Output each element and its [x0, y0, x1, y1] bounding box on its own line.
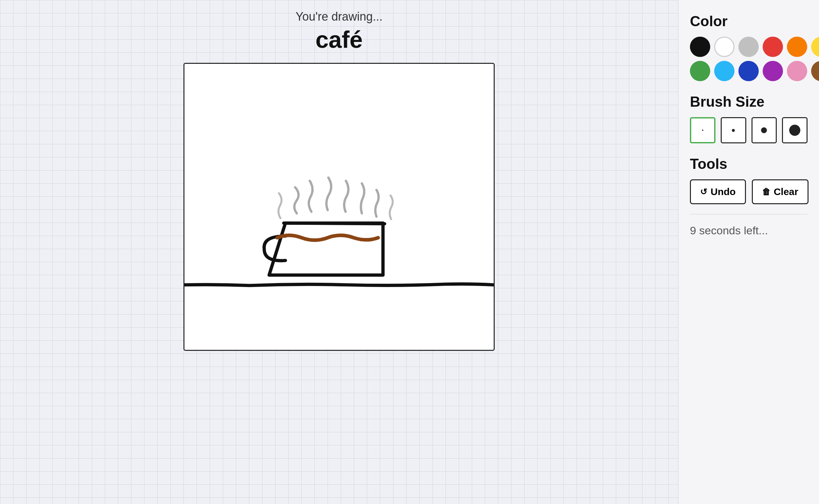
- tools-row: ↺ Undo 🗑 Clear: [690, 179, 808, 204]
- color-swatch-brown[interactable]: [811, 61, 819, 81]
- color-grid: [690, 37, 808, 81]
- undo-button[interactable]: ↺ Undo: [690, 179, 746, 204]
- clear-button[interactable]: 🗑 Clear: [752, 179, 809, 204]
- brush-dot-md: [761, 127, 767, 133]
- main-area: You're drawing... café: [0, 0, 678, 504]
- brush-section: Brush Size: [690, 94, 808, 143]
- tools-section: Tools ↺ Undo 🗑 Clear: [690, 156, 808, 204]
- undo-label: Undo: [711, 186, 736, 197]
- brush-size-xs[interactable]: [690, 117, 716, 143]
- brush-grid: [690, 117, 808, 143]
- brush-size-lg[interactable]: [782, 117, 808, 143]
- prompt-label: You're drawing...: [296, 10, 383, 24]
- brush-dot-xs: [702, 130, 703, 131]
- right-panel: Color Brush Size Tools ↺ Undo 🗑 Clear 9 …: [678, 0, 819, 504]
- brush-size-title: Brush Size: [690, 94, 808, 110]
- undo-icon: ↺: [700, 187, 707, 197]
- drawing-canvas[interactable]: [184, 64, 494, 350]
- color-swatch-red[interactable]: [763, 37, 783, 57]
- prompt-word: café: [316, 26, 363, 53]
- clear-icon: 🗑: [762, 187, 771, 197]
- color-swatch-purple[interactable]: [763, 61, 783, 81]
- color-swatch-black[interactable]: [690, 37, 710, 57]
- color-swatch-orange[interactable]: [787, 37, 807, 57]
- color-swatch-pink[interactable]: [787, 61, 807, 81]
- clear-label: Clear: [774, 186, 798, 197]
- brush-size-md[interactable]: [752, 117, 777, 143]
- color-section-title: Color: [690, 13, 808, 29]
- tools-title: Tools: [690, 156, 808, 172]
- color-swatch-yellow[interactable]: [811, 37, 819, 57]
- color-swatch-white[interactable]: [714, 37, 735, 57]
- timer-section: 9 seconds left...: [690, 214, 808, 237]
- canvas-container[interactable]: [183, 63, 495, 351]
- color-swatch-blue[interactable]: [738, 61, 759, 81]
- brush-dot-sm: [732, 129, 735, 132]
- color-swatch-light-blue[interactable]: [714, 61, 735, 81]
- brush-dot-lg: [789, 125, 800, 136]
- color-swatch-light-gray[interactable]: [738, 37, 759, 57]
- color-swatch-green[interactable]: [690, 61, 710, 81]
- timer-text: 9 seconds left...: [690, 214, 808, 237]
- brush-size-sm[interactable]: [721, 117, 746, 143]
- color-section: Color: [690, 13, 808, 81]
